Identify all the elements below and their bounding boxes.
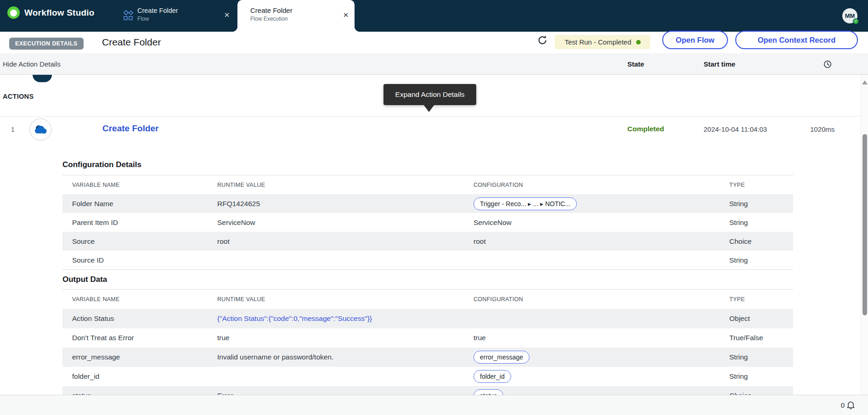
top-bar: Workflow Studio Create Folder Flow ✕ Cre…: [0, 0, 868, 32]
start-time-column-header: Start time: [704, 60, 735, 68]
hide-action-details-link[interactable]: Hide Action Details: [3, 60, 61, 68]
runtime-value: ServiceNow: [217, 219, 473, 227]
notifications-indicator[interactable]: 0: [841, 400, 855, 409]
tab-flow-execution-subtitle: Flow Execution: [250, 16, 293, 22]
table-row: error_message Invalid username or passwo…: [62, 348, 793, 367]
close-icon[interactable]: ✕: [341, 10, 351, 20]
table-row: folder_id folder_id String: [62, 367, 793, 386]
configuration-value: root: [473, 237, 729, 246]
output-data-table: VARIABLE NAME RUNTIME VALUE CONFIGURATIO…: [62, 289, 793, 406]
table-row: Source root root Choice: [62, 232, 793, 251]
tab-flow[interactable]: Create Folder Flow ✕: [115, 0, 237, 32]
bell-icon: [846, 400, 855, 409]
runtime-value: Invalid username or password/token.: [217, 353, 473, 361]
footer-bar: 0: [0, 395, 868, 415]
runtime-value: RFQ1424625: [217, 200, 473, 208]
workflow-studio-window: Workflow Studio Create Folder Flow ✕ Cre…: [0, 0, 868, 415]
close-icon[interactable]: ✕: [222, 10, 232, 20]
table-row: Action Status {"Action Status":{"code":0…: [62, 309, 793, 328]
variable-name: Source ID: [62, 256, 217, 264]
variable-name: folder_id: [62, 372, 217, 381]
configuration-details-table: VARIABLE NAME RUNTIME VALUE CONFIGURATIO…: [62, 175, 793, 270]
action-state: Completed: [627, 125, 664, 133]
folder-id-pill[interactable]: folder_id: [473, 370, 511, 383]
type-value: String: [729, 200, 793, 208]
table-row: Source ID String: [62, 251, 793, 269]
variable-name: Source: [62, 237, 217, 246]
onedrive-cloud-icon: [29, 118, 51, 140]
variable-name: Folder Name: [62, 200, 217, 208]
type-value: String: [729, 219, 793, 227]
duration-clock-icon: [823, 60, 832, 69]
expand-action-details-tooltip: Expand Action Details: [383, 84, 476, 105]
error-message-pill[interactable]: error_message: [473, 351, 530, 364]
col-runtime-value: RUNTIME VALUE: [217, 296, 473, 303]
col-runtime-value: RUNTIME VALUE: [217, 182, 473, 188]
type-value: Object: [729, 314, 793, 323]
tooltip-caret: [423, 105, 434, 112]
brand: Workflow Studio: [7, 6, 95, 19]
refresh-icon[interactable]: [535, 33, 549, 47]
type-value: Choice: [729, 237, 793, 246]
avatar[interactable]: MM ✓: [842, 8, 857, 23]
scrollbar-thumb[interactable]: [862, 134, 867, 315]
run-status-badge: Test Run - Completed: [555, 35, 650, 49]
presence-badge-icon: ✓: [853, 18, 859, 24]
flow-icon: [123, 10, 134, 21]
actions-section-heading: ACTIONS: [3, 93, 34, 100]
variable-name: Action Status: [62, 314, 217, 323]
open-flow-button[interactable]: Open Flow: [662, 31, 728, 49]
action-status-json-link[interactable]: {"Action Status":{"code":0,"message":"Su…: [217, 314, 473, 323]
tab-flow-title: Create Folder: [137, 7, 178, 14]
type-value: String: [729, 372, 793, 381]
configuration-value: ServiceNow: [473, 219, 729, 227]
col-variable-name: VARIABLE NAME: [62, 296, 217, 303]
page-header: EXECUTION DETAILS Create Folder Test Run…: [0, 32, 868, 54]
trigger-breadcrumb-pill[interactable]: Trigger - Reco... ▸ ... ▸ NOTIC...: [473, 197, 577, 210]
page-title: Create Folder: [102, 37, 161, 48]
runtime-value: true: [217, 334, 473, 342]
type-value: String: [729, 256, 793, 264]
table-row: Parent Item ID ServiceNow ServiceNow Str…: [62, 213, 793, 232]
scroll-up-arrow-icon[interactable]: [862, 80, 868, 84]
tab-flow-text: Create Folder Flow: [137, 7, 178, 22]
col-configuration: CONFIGURATION: [473, 296, 729, 303]
action-name-link[interactable]: Create Folder: [102, 123, 158, 134]
variable-name: Parent Item ID: [62, 219, 217, 227]
tab-flow-subtitle: Flow: [137, 16, 178, 22]
col-type: TYPE: [729, 182, 793, 188]
open-context-record-button[interactable]: Open Context Record: [735, 31, 858, 49]
execution-details-badge: EXECUTION DETAILS: [9, 38, 84, 50]
col-configuration: CONFIGURATION: [473, 182, 729, 188]
tab-flow-execution-title: Create Folder: [250, 6, 293, 14]
tab-flow-execution-text: Create Folder Flow Execution: [250, 6, 293, 22]
divider: [0, 116, 860, 117]
tab-flow-execution[interactable]: Create Folder Flow Execution ✕: [237, 0, 355, 32]
output-data-heading: Output Data: [62, 275, 107, 284]
servicenow-logo-icon: [7, 6, 20, 19]
table-header-row: VARIABLE NAME RUNTIME VALUE CONFIGURATIO…: [62, 175, 793, 194]
notification-count: 0: [841, 401, 845, 409]
table-row: Don't Treat as Error true true True/Fals…: [62, 328, 793, 348]
app-title: Workflow Studio: [24, 8, 95, 18]
configuration-value: true: [473, 334, 729, 342]
type-value: String: [729, 353, 793, 361]
action-row-index: 1: [8, 125, 17, 133]
type-value: True/False: [729, 334, 793, 342]
trigger-node-partial-icon: [33, 75, 52, 82]
avatar-initials: MM: [845, 12, 855, 19]
col-variable-name: VARIABLE NAME: [62, 182, 217, 188]
runtime-value: root: [217, 237, 473, 246]
variable-name: Don't Treat as Error: [62, 334, 217, 342]
variable-name: error_message: [62, 353, 217, 361]
run-status-text: Test Run - Completed: [564, 38, 631, 46]
status-dot-icon: [636, 40, 641, 45]
table-row: Folder Name RFQ1424625 Trigger - Reco...…: [62, 194, 793, 213]
table-header-row: VARIABLE NAME RUNTIME VALUE CONFIGURATIO…: [62, 290, 793, 309]
col-type: TYPE: [729, 296, 793, 303]
state-column-header: State: [627, 60, 644, 68]
action-start-time: 2024-10-04 11:04:03: [704, 125, 767, 133]
vertical-scrollbar[interactable]: [861, 75, 868, 395]
action-duration: 1020ms: [810, 125, 834, 133]
configuration-details-heading: Configuration Details: [62, 160, 141, 169]
